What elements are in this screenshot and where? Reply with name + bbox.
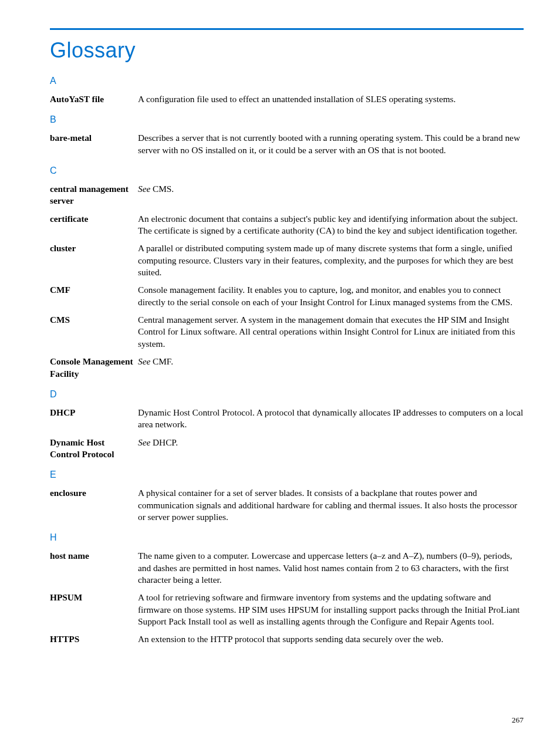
glossary-entry: central management serverSee CMS.: [50, 183, 524, 207]
glossary-term: enclosure: [50, 487, 138, 499]
glossary-definition: See DHCP.: [138, 437, 524, 448]
glossary-definition: A physical container for a set of server…: [138, 487, 524, 523]
glossary-term: bare-metal: [50, 132, 138, 144]
glossary-definition: Console management facility. It enables …: [138, 284, 524, 308]
glossary-entry: AutoYaST fileA configuration file used t…: [50, 93, 524, 105]
glossary-entry: bare-metalDescribes a server that is not…: [50, 132, 524, 156]
glossary-term: cluster: [50, 242, 138, 254]
glossary-definition: A configuration file used to effect an u…: [138, 93, 524, 105]
glossary-entry: HTTPSAn extension to the HTTP protocol t…: [50, 633, 524, 645]
glossary-term: Dynamic Host Control Protocol: [50, 437, 138, 461]
see-label: See: [138, 356, 150, 366]
glossary-entry: Console Management FacilitySee CMF.: [50, 356, 524, 380]
glossary-entry: enclosureA physical container for a set …: [50, 487, 524, 523]
glossary-entry: host nameThe name given to a computer. L…: [50, 550, 524, 586]
section-letter: A: [50, 76, 524, 86]
see-label: See: [138, 184, 150, 194]
page-number: 267: [512, 715, 524, 725]
glossary-term: CMF: [50, 284, 138, 296]
glossary-body: AAutoYaST fileA configuration file used …: [50, 76, 524, 646]
glossary-definition: A tool for retrieving software and firmw…: [138, 592, 524, 627]
glossary-definition: An electronic document that contains a s…: [138, 213, 524, 237]
see-reference: DHCP.: [150, 437, 178, 447]
glossary-term: HTTPS: [50, 633, 138, 645]
glossary-definition: Central management server. A system in t…: [138, 314, 524, 350]
glossary-definition: A parallel or distributed computing syst…: [138, 242, 524, 278]
see-reference: CMS.: [150, 184, 174, 194]
glossary-term: AutoYaST file: [50, 93, 138, 105]
glossary-definition: Dynamic Host Control Protocol. A protoco…: [138, 407, 524, 431]
glossary-term: central management server: [50, 183, 138, 207]
section-letter: E: [50, 470, 524, 480]
glossary-term: Console Management Facility: [50, 356, 138, 380]
glossary-entry: certificateAn electronic document that c…: [50, 213, 524, 237]
glossary-term: HPSUM: [50, 592, 138, 603]
header-rule: [50, 28, 524, 30]
glossary-entry: CMSCentral management server. A system i…: [50, 314, 524, 350]
see-reference: CMF.: [150, 356, 173, 366]
section-letter: H: [50, 532, 524, 543]
glossary-definition: An extension to the HTTP protocol that s…: [138, 633, 524, 645]
glossary-definition: See CMS.: [138, 183, 524, 195]
glossary-definition: See CMF.: [138, 356, 524, 367]
glossary-entry: HPSUMA tool for retrieving software and …: [50, 592, 524, 627]
glossary-entry: DHCPDynamic Host Control Protocol. A pro…: [50, 407, 524, 431]
glossary-term: DHCP: [50, 407, 138, 418]
glossary-entry: clusterA parallel or distributed computi…: [50, 242, 524, 278]
glossary-term: host name: [50, 550, 138, 562]
glossary-term: CMS: [50, 314, 138, 326]
glossary-term: certificate: [50, 213, 138, 225]
section-letter: B: [50, 114, 524, 125]
see-label: See: [138, 437, 150, 447]
section-letter: C: [50, 166, 524, 176]
glossary-definition: Describes a server that is not currently…: [138, 132, 524, 156]
section-letter: D: [50, 389, 524, 400]
glossary-entry: Dynamic Host Control ProtocolSee DHCP.: [50, 437, 524, 461]
glossary-definition: The name given to a computer. Lowercase …: [138, 550, 524, 586]
page-title: Glossary: [50, 38, 524, 63]
glossary-entry: CMFConsole management facility. It enabl…: [50, 284, 524, 308]
